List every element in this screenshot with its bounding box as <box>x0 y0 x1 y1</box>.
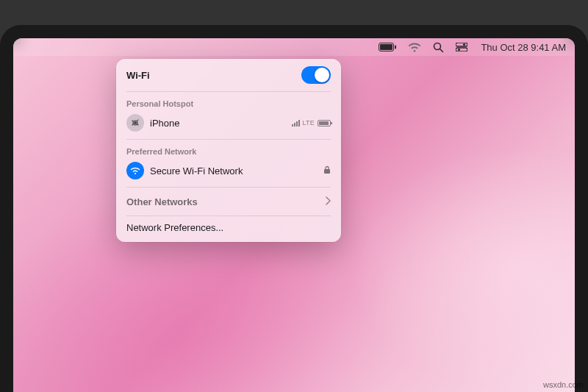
menubar-clock[interactable]: Thu Oct 28 9:41 AM <box>481 42 566 53</box>
hotspot-status: LTE <box>292 119 331 126</box>
wifi-connected-icon <box>126 162 144 179</box>
svg-line-4 <box>440 49 443 51</box>
hotspot-battery-icon <box>318 120 331 126</box>
divider <box>126 139 331 140</box>
svg-point-9 <box>135 122 137 124</box>
lock-icon <box>323 164 331 177</box>
chevron-right-icon <box>325 195 331 208</box>
other-networks-label: Other Networks <box>126 196 198 207</box>
divider <box>126 187 331 188</box>
svg-point-6 <box>463 43 465 46</box>
network-preferences-label: Network Preferences... <box>126 222 223 233</box>
spotlight-search-icon[interactable] <box>433 42 444 53</box>
wifi-dropdown-panel: Wi-Fi Personal Hotspot iPhone LTE Prefer… <box>116 59 341 242</box>
wifi-icon[interactable] <box>408 43 421 52</box>
menubar: Thu Oct 28 9:41 AM <box>13 38 575 56</box>
signal-type-label: LTE <box>303 119 315 126</box>
control-center-icon[interactable] <box>456 43 467 51</box>
wifi-panel-title: Wi-Fi <box>126 70 150 81</box>
desktop-screen: Thu Oct 28 9:41 AM Wi-Fi Personal Hotspo… <box>13 38 575 392</box>
divider <box>126 91 331 92</box>
svg-rect-5 <box>456 43 467 46</box>
wifi-toggle[interactable] <box>301 66 331 84</box>
svg-point-8 <box>458 49 460 51</box>
network-preferences-row[interactable]: Network Preferences... <box>116 218 341 238</box>
other-networks-row[interactable]: Other Networks <box>116 189 341 214</box>
preferred-network-row[interactable]: Secure Wi-Fi Network <box>116 159 341 185</box>
personal-hotspot-section-label: Personal Hotspot <box>116 93 341 111</box>
svg-rect-1 <box>380 44 392 50</box>
hotspot-device-name: iPhone <box>150 118 286 129</box>
laptop-bezel: Thu Oct 28 9:41 AM Wi-Fi Personal Hotspo… <box>0 25 588 392</box>
svg-rect-7 <box>456 48 467 51</box>
watermark-text: wsxdn.com <box>543 380 584 389</box>
hotspot-row-iphone[interactable]: iPhone LTE <box>116 111 341 138</box>
divider <box>126 215 331 216</box>
battery-icon[interactable] <box>379 43 396 51</box>
svg-rect-2 <box>395 46 396 49</box>
wifi-panel-header: Wi-Fi <box>116 66 341 90</box>
preferred-network-name: Secure Wi-Fi Network <box>150 165 318 177</box>
hotspot-icon <box>126 114 144 132</box>
signal-bars-icon <box>292 119 300 126</box>
preferred-network-section-label: Preferred Network <box>116 141 341 159</box>
svg-rect-10 <box>324 169 330 174</box>
